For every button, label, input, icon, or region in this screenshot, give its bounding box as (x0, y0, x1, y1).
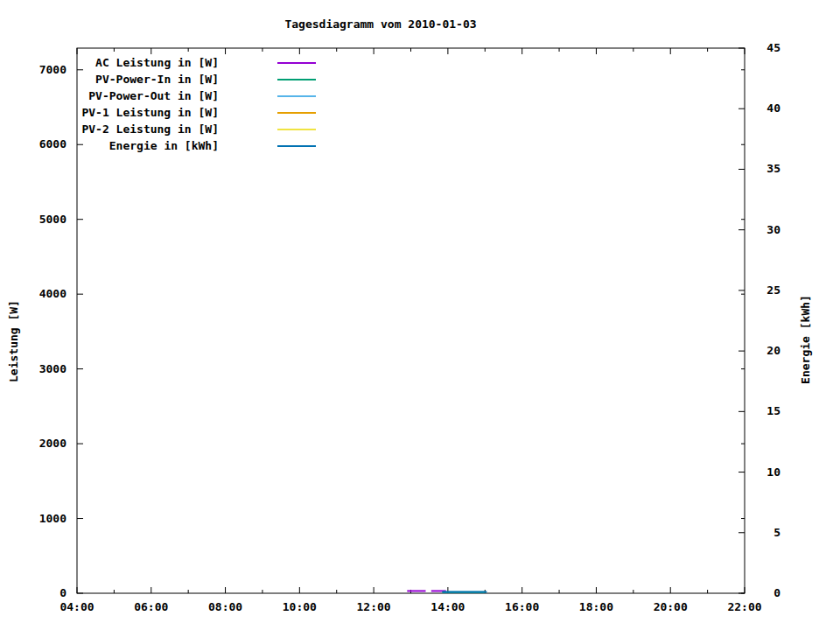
y-right-tick-label: 0 (774, 586, 780, 599)
x-tick-label: 08:00 (208, 600, 242, 613)
y-left-tick-label: 1000 (39, 512, 66, 525)
x-tick-label: 16:00 (505, 600, 539, 613)
x-tick-label: 18:00 (579, 600, 613, 613)
legend-label: PV-Power-Out in [W] (88, 89, 219, 102)
y-right-tick-label: 10 (766, 466, 780, 479)
x-tick-label: 10:00 (283, 600, 317, 613)
legend-label: AC Leistung in [W] (95, 56, 219, 69)
y-right-tick-label: 25 (766, 284, 780, 297)
legend-label: PV-1 Leistung in [W] (81, 106, 219, 119)
chart-title: Tagesdiagramm vom 2010-01-03 (0, 18, 761, 31)
x-tick-label: 22:00 (727, 600, 761, 613)
y-right-tick-label: 30 (766, 223, 780, 236)
y-right-tick-label: 15 (766, 404, 780, 417)
x-tick-label: 12:00 (357, 600, 391, 613)
x-tick-label: 06:00 (134, 600, 168, 613)
x-tick-label: 04:00 (60, 600, 94, 613)
x-tick-label: 20:00 (654, 600, 688, 613)
y-right-tick-label: 5 (774, 526, 780, 539)
y-right-tick-label: 35 (766, 162, 780, 175)
y-left-axis-name: Leistung [W] (7, 245, 21, 438)
y-left-tick-label: 2000 (39, 437, 66, 450)
y-right-tick-label: 20 (766, 344, 780, 357)
y-left-tick-label: 5000 (39, 213, 66, 226)
y-left-tick-label: 3000 (39, 362, 66, 375)
y-left-tick-label: 0 (60, 586, 66, 599)
legend-label: Energie in [kWh] (109, 139, 219, 152)
legend-label: PV-Power-In in [W] (95, 73, 219, 86)
gnuplot-chart: Tagesdiagramm vom 2010-01-03 Leistung [W… (0, 0, 840, 630)
y-left-tick-label: 6000 (39, 137, 66, 150)
legend-label: PV-2 Leistung in [W] (81, 122, 219, 136)
y-right-axis-name: Energie [kWh] (799, 243, 813, 436)
y-right-tick-label: 40 (766, 102, 780, 115)
y-right-tick-label: 45 (766, 41, 780, 54)
y-left-tick-label: 4000 (39, 287, 66, 300)
x-tick-label: 14:00 (430, 600, 465, 613)
plot-area: 04:0006:0008:0010:0012:0014:0016:0018:00… (0, 0, 840, 630)
y-left-tick-label: 7000 (39, 63, 66, 76)
